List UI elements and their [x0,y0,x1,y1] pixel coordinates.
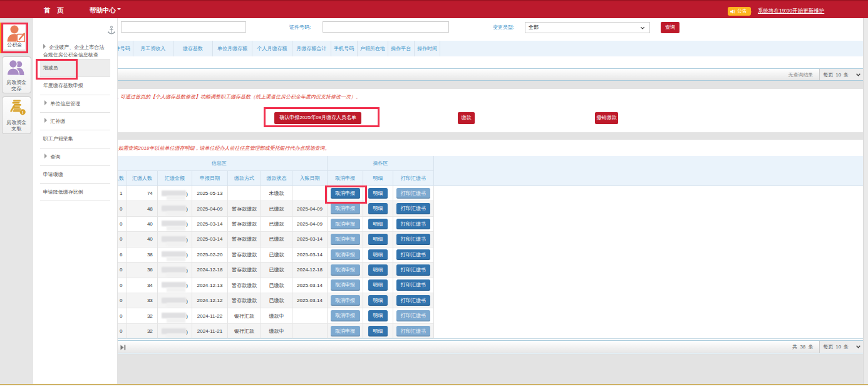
svg-text:!: ! [22,110,23,115]
